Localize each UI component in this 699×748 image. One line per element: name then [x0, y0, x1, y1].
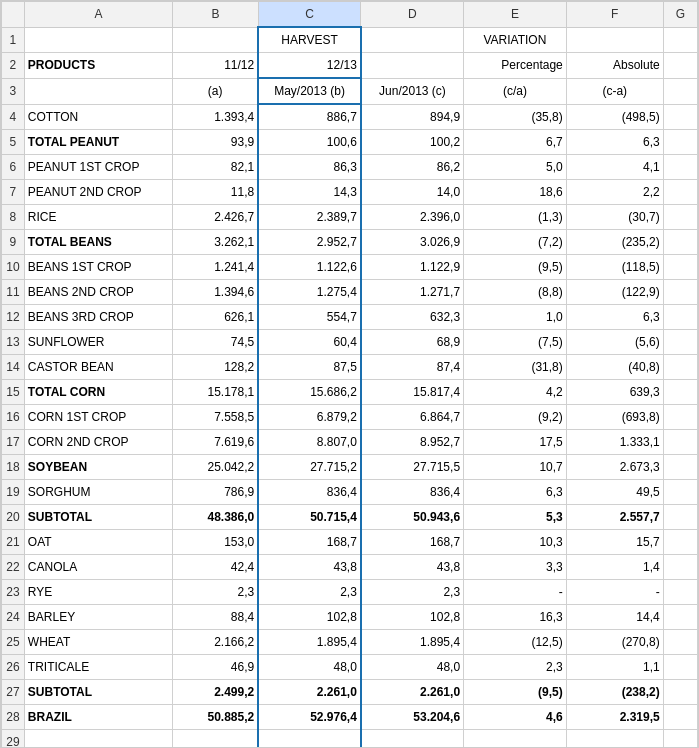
cell-26-D[interactable]: 48,0	[361, 655, 464, 680]
cell-16-E[interactable]: (9,2)	[464, 405, 567, 430]
cell-24-E[interactable]: 16,3	[464, 605, 567, 630]
cell-18-A[interactable]: SOYBEAN	[24, 455, 172, 480]
cell-14-B[interactable]: 128,2	[173, 355, 259, 380]
cell-14-A[interactable]: CASTOR BEAN	[24, 355, 172, 380]
cell-24-A[interactable]: BARLEY	[24, 605, 172, 630]
cell-10-G[interactable]	[663, 255, 697, 280]
cell-9-A[interactable]: TOTAL BEANS	[24, 230, 172, 255]
col-header-F[interactable]: F	[566, 2, 663, 28]
cell-20-B[interactable]: 48.386,0	[173, 505, 259, 530]
cell-19-E[interactable]: 6,3	[464, 480, 567, 505]
cell-6-B[interactable]: 82,1	[173, 155, 259, 180]
col-header-D[interactable]: D	[361, 2, 464, 28]
cell-7-D[interactable]: 14,0	[361, 180, 464, 205]
cell-19-B[interactable]: 786,9	[173, 480, 259, 505]
cell-7-F[interactable]: 2,2	[566, 180, 663, 205]
cell-25-A[interactable]: WHEAT	[24, 630, 172, 655]
cell-26-B[interactable]: 46,9	[173, 655, 259, 680]
cell-29-G[interactable]	[663, 730, 697, 749]
cell-29-D[interactable]	[361, 730, 464, 749]
cell-16-F[interactable]: (693,8)	[566, 405, 663, 430]
cell-5-B[interactable]: 93,9	[173, 130, 259, 155]
cell-26-F[interactable]: 1,1	[566, 655, 663, 680]
cell-27-B[interactable]: 2.499,2	[173, 680, 259, 705]
cell-11-D[interactable]: 1.271,7	[361, 280, 464, 305]
cell-25-G[interactable]	[663, 630, 697, 655]
cell-3-D[interactable]: Jun/2013 (c)	[361, 78, 464, 104]
cell-4-B[interactable]: 1.393,4	[173, 104, 259, 130]
cell-5-G[interactable]	[663, 130, 697, 155]
cell-23-F[interactable]: -	[566, 580, 663, 605]
cell-21-E[interactable]: 10,3	[464, 530, 567, 555]
cell-20-C[interactable]: 50.715,4	[258, 505, 361, 530]
cell-18-B[interactable]: 25.042,2	[173, 455, 259, 480]
cell-5-F[interactable]: 6,3	[566, 130, 663, 155]
cell-4-A[interactable]: COTTON	[24, 104, 172, 130]
cell-1-E[interactable]: VARIATION	[464, 27, 567, 53]
cell-23-D[interactable]: 2,3	[361, 580, 464, 605]
cell-16-C[interactable]: 6.879,2	[258, 405, 361, 430]
cell-13-F[interactable]: (5,6)	[566, 330, 663, 355]
cell-25-E[interactable]: (12,5)	[464, 630, 567, 655]
cell-7-C[interactable]: 14,3	[258, 180, 361, 205]
cell-8-C[interactable]: 2.389,7	[258, 205, 361, 230]
cell-23-B[interactable]: 2,3	[173, 580, 259, 605]
cell-18-C[interactable]: 27.715,2	[258, 455, 361, 480]
cell-8-E[interactable]: (1,3)	[464, 205, 567, 230]
cell-27-E[interactable]: (9,5)	[464, 680, 567, 705]
cell-21-D[interactable]: 168,7	[361, 530, 464, 555]
cell-6-E[interactable]: 5,0	[464, 155, 567, 180]
cell-7-E[interactable]: 18,6	[464, 180, 567, 205]
cell-27-F[interactable]: (238,2)	[566, 680, 663, 705]
cell-3-E[interactable]: (c/a)	[464, 78, 567, 104]
cell-28-D[interactable]: 53.204,6	[361, 705, 464, 730]
cell-11-B[interactable]: 1.394,6	[173, 280, 259, 305]
cell-2-D[interactable]	[361, 53, 464, 79]
cell-10-B[interactable]: 1.241,4	[173, 255, 259, 280]
cell-11-C[interactable]: 1.275,4	[258, 280, 361, 305]
cell-29-B[interactable]	[173, 730, 259, 749]
cell-1-B[interactable]	[173, 27, 259, 53]
cell-28-E[interactable]: 4,6	[464, 705, 567, 730]
cell-12-F[interactable]: 6,3	[566, 305, 663, 330]
cell-21-C[interactable]: 168,7	[258, 530, 361, 555]
cell-18-E[interactable]: 10,7	[464, 455, 567, 480]
cell-25-B[interactable]: 2.166,2	[173, 630, 259, 655]
cell-2-B[interactable]: 11/12	[173, 53, 259, 79]
cell-11-E[interactable]: (8,8)	[464, 280, 567, 305]
cell-7-A[interactable]: PEANUT 2ND CROP	[24, 180, 172, 205]
cell-19-D[interactable]: 836,4	[361, 480, 464, 505]
col-header-A[interactable]: A	[24, 2, 172, 28]
cell-4-D[interactable]: 894,9	[361, 104, 464, 130]
cell-18-F[interactable]: 2.673,3	[566, 455, 663, 480]
cell-9-E[interactable]: (7,2)	[464, 230, 567, 255]
cell-23-C[interactable]: 2,3	[258, 580, 361, 605]
cell-11-A[interactable]: BEANS 2ND CROP	[24, 280, 172, 305]
cell-13-D[interactable]: 68,9	[361, 330, 464, 355]
cell-17-G[interactable]	[663, 430, 697, 455]
cell-24-B[interactable]: 88,4	[173, 605, 259, 630]
cell-14-E[interactable]: (31,8)	[464, 355, 567, 380]
cell-24-C[interactable]: 102,8	[258, 605, 361, 630]
cell-27-G[interactable]	[663, 680, 697, 705]
cell-14-C[interactable]: 87,5	[258, 355, 361, 380]
cell-19-C[interactable]: 836,4	[258, 480, 361, 505]
cell-20-F[interactable]: 2.557,7	[566, 505, 663, 530]
cell-17-E[interactable]: 17,5	[464, 430, 567, 455]
cell-29-A[interactable]	[24, 730, 172, 749]
cell-12-E[interactable]: 1,0	[464, 305, 567, 330]
cell-15-G[interactable]	[663, 380, 697, 405]
cell-25-F[interactable]: (270,8)	[566, 630, 663, 655]
cell-22-F[interactable]: 1,4	[566, 555, 663, 580]
col-header-C[interactable]: C	[258, 2, 361, 28]
cell-28-A[interactable]: BRAZIL	[24, 705, 172, 730]
cell-16-D[interactable]: 6.864,7	[361, 405, 464, 430]
cell-10-F[interactable]: (118,5)	[566, 255, 663, 280]
cell-10-C[interactable]: 1.122,6	[258, 255, 361, 280]
cell-3-G[interactable]	[663, 78, 697, 104]
cell-19-G[interactable]	[663, 480, 697, 505]
cell-10-A[interactable]: BEANS 1ST CROP	[24, 255, 172, 280]
cell-28-G[interactable]	[663, 705, 697, 730]
cell-23-G[interactable]	[663, 580, 697, 605]
cell-26-A[interactable]: TRITICALE	[24, 655, 172, 680]
